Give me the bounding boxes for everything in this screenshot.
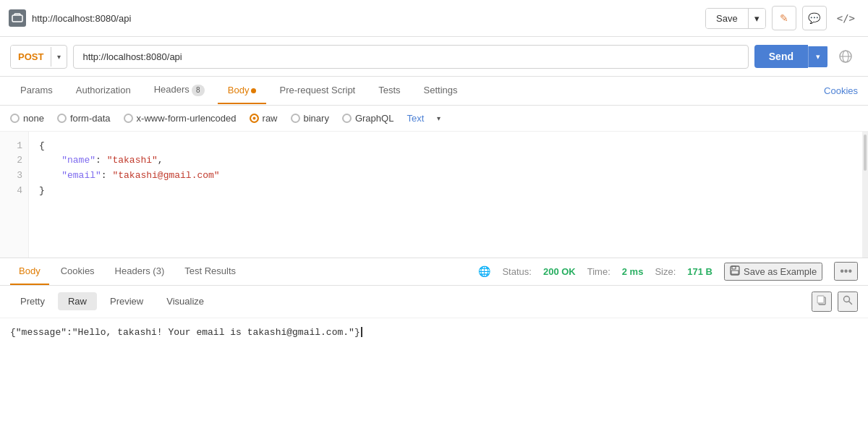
response-tab-body[interactable]: Body (10, 258, 49, 285)
tab-tests[interactable]: Tests (368, 77, 410, 104)
tab-body[interactable]: Body (218, 77, 267, 104)
option-graphql-label: GraphQL (355, 113, 393, 124)
response-tab-test-results[interactable]: Test Results (176, 258, 244, 285)
svg-rect-8 (817, 296, 824, 303)
url-input[interactable] (73, 45, 748, 69)
top-bar-url: http://localhost:8080/api (32, 13, 699, 24)
comment-button[interactable]: 💬 (802, 6, 827, 30)
save-example-button[interactable]: Save as Example (724, 263, 822, 281)
format-tab-visualize[interactable]: Visualize (156, 292, 214, 310)
search-response-button[interactable] (838, 292, 858, 312)
svg-rect-0 (12, 15, 22, 22)
environment-icon[interactable] (833, 44, 858, 69)
tab-pre-request-script[interactable]: Pre-request Script (269, 77, 365, 104)
response-format-tabs: Pretty Raw Preview Visualize (0, 286, 868, 318)
globe-icon: 🌐 (478, 265, 490, 277)
method-label: POST (11, 46, 51, 68)
line-num-1: 1 (6, 139, 22, 154)
radio-binary (291, 114, 300, 123)
copy-response-button[interactable] (812, 292, 832, 312)
option-urlencoded-label: x-www-form-urlencoded (137, 113, 237, 124)
response-body: {"message":"Hello, takashi! Your email i… (0, 318, 868, 376)
save-button-group[interactable]: Save ▾ (705, 8, 766, 29)
line-num-2: 2 (6, 153, 22, 169)
option-form-data-label: form-data (70, 113, 111, 124)
tab-params[interactable]: Params (10, 77, 63, 104)
size-label: Size: (655, 266, 676, 277)
radio-raw (250, 114, 259, 123)
option-form-data[interactable]: form-data (57, 113, 111, 124)
send-button-group[interactable]: Send ▾ (754, 45, 827, 68)
option-binary-label: binary (304, 113, 329, 124)
radio-none (10, 114, 20, 123)
option-graphql[interactable]: GraphQL (342, 113, 393, 124)
save-example-label: Save as Example (744, 266, 817, 277)
option-none[interactable]: none (10, 113, 44, 124)
option-raw-label: raw (263, 113, 278, 124)
svg-rect-6 (731, 271, 739, 274)
format-tab-raw[interactable]: Raw (58, 292, 97, 310)
code-toggle-button[interactable]: </> (833, 7, 859, 29)
line-numbers: 1 2 3 4 (0, 132, 29, 258)
method-dropdown-arrow[interactable]: ▾ (51, 47, 67, 67)
send-dropdown-button[interactable]: ▾ (808, 46, 827, 67)
option-urlencoded[interactable]: x-www-form-urlencoded (124, 113, 237, 124)
code-content[interactable]: { "name": "takashi", "email": "takashi@g… (29, 132, 862, 258)
pencil-button[interactable]: ✎ (772, 6, 796, 30)
save-example-icon (730, 265, 740, 278)
status-value: 200 OK (543, 266, 576, 277)
status-label: Status: (502, 266, 531, 277)
app-icon (9, 9, 26, 27)
text-format-arrow[interactable]: ▾ (437, 114, 441, 122)
request-tabs: Params Authorization Headers8 Body Pre-r… (0, 77, 868, 106)
response-body-text: {"message":"Hello, takashi! Your email i… (10, 327, 858, 338)
body-options: none form-data x-www-form-urlencoded raw… (0, 106, 868, 132)
option-raw[interactable]: raw (250, 113, 278, 124)
top-bar-actions: Save ▾ ✎ 💬 </> (705, 6, 859, 30)
format-tab-preview[interactable]: Preview (100, 292, 153, 310)
radio-urlencoded (124, 114, 133, 123)
save-dropdown-button[interactable]: ▾ (748, 9, 765, 28)
response-tabs: Body Cookies Headers (3) Test Results 🌐 … (0, 258, 868, 286)
time-value: 2 ms (622, 266, 644, 277)
radio-form-data (57, 114, 67, 123)
request-body-editor[interactable]: 1 2 3 4 { "name": "takashi", "email": "t… (0, 132, 868, 258)
send-button[interactable]: Send (754, 45, 808, 68)
method-selector[interactable]: POST ▾ (10, 45, 67, 69)
editor-scrollbar[interactable] (862, 132, 868, 258)
format-tab-pretty[interactable]: Pretty (10, 292, 55, 310)
size-value: 171 B (687, 266, 712, 277)
comment-icon: 💬 (808, 12, 820, 24)
headers-badge: 8 (192, 85, 205, 96)
line-num-4: 4 (6, 184, 22, 199)
line-num-3: 3 (6, 169, 22, 184)
tab-settings[interactable]: Settings (414, 77, 468, 104)
response-tab-cookies[interactable]: Cookies (52, 258, 103, 285)
more-icon: ••• (840, 265, 852, 277)
option-none-label: none (23, 113, 44, 124)
pencil-icon: ✎ (780, 12, 788, 24)
option-binary[interactable]: binary (291, 113, 329, 124)
svg-line-10 (849, 301, 852, 304)
save-main-button[interactable]: Save (706, 9, 748, 28)
scrollbar-thumb (864, 135, 867, 171)
body-dot (251, 88, 256, 93)
format-tab-actions (812, 292, 858, 312)
text-format-link[interactable]: Text (407, 113, 424, 124)
top-bar: http://localhost:8080/api Save ▾ ✎ 💬 </> (0, 0, 868, 37)
cursor (361, 327, 362, 337)
radio-graphql (342, 114, 352, 123)
tab-headers[interactable]: Headers8 (144, 77, 215, 105)
response-status-bar: 🌐 Status: 200 OK Time: 2 ms Size: 171 B … (478, 262, 858, 281)
response-tab-headers[interactable]: Headers (3) (106, 258, 174, 285)
time-label: Time: (587, 266, 610, 277)
code-toggle-icon: </> (837, 12, 855, 24)
tab-authorization[interactable]: Authorization (66, 77, 141, 104)
cookies-link[interactable]: Cookies (824, 85, 858, 96)
more-options-button[interactable]: ••• (834, 262, 858, 281)
svg-point-9 (844, 296, 850, 302)
url-bar: POST ▾ Send ▾ (0, 37, 868, 77)
